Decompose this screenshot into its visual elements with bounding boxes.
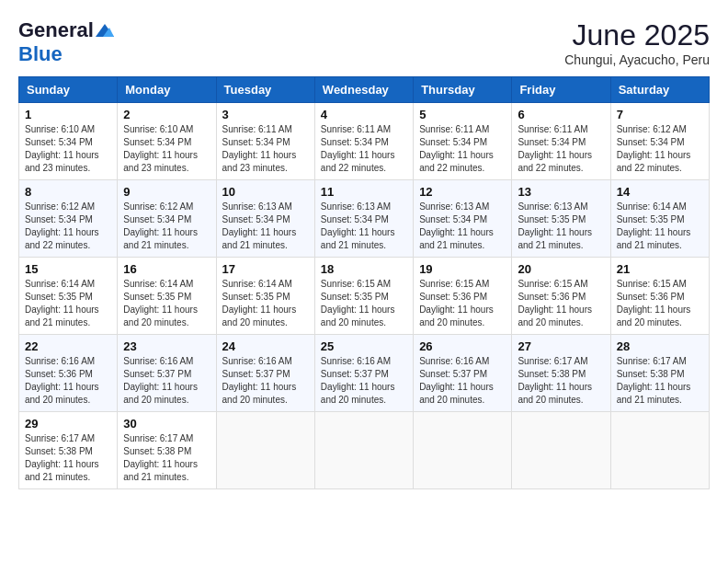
day-info: Sunrise: 6:13 AM Sunset: 5:34 PM Dayligh… bbox=[222, 201, 309, 252]
calendar-cell: 23Sunrise: 6:16 AM Sunset: 5:37 PM Dayli… bbox=[118, 335, 216, 412]
calendar-cell: 6Sunrise: 6:11 AM Sunset: 5:34 PM Daylig… bbox=[512, 103, 610, 180]
day-info: Sunrise: 6:13 AM Sunset: 5:34 PM Dayligh… bbox=[419, 201, 506, 252]
day-info: Sunrise: 6:16 AM Sunset: 5:36 PM Dayligh… bbox=[25, 355, 111, 407]
day-info: Sunrise: 6:16 AM Sunset: 5:37 PM Dayligh… bbox=[419, 355, 506, 407]
day-number: 26 bbox=[419, 339, 506, 353]
calendar-cell: 9Sunrise: 6:12 AM Sunset: 5:34 PM Daylig… bbox=[118, 180, 216, 258]
calendar-week-row: 29Sunrise: 6:17 AM Sunset: 5:38 PM Dayli… bbox=[19, 412, 710, 489]
day-number: 29 bbox=[25, 417, 111, 431]
day-info: Sunrise: 6:16 AM Sunset: 5:37 PM Dayligh… bbox=[123, 355, 210, 407]
day-number: 11 bbox=[321, 185, 407, 199]
calendar-cell bbox=[610, 412, 709, 489]
day-number: 10 bbox=[222, 185, 309, 199]
weekday-header-wednesday: Wednesday bbox=[314, 77, 413, 103]
day-number: 3 bbox=[222, 108, 309, 121]
day-info: Sunrise: 6:17 AM Sunset: 5:38 PM Dayligh… bbox=[518, 355, 604, 407]
weekday-header-tuesday: Tuesday bbox=[216, 77, 314, 103]
day-info: Sunrise: 6:16 AM Sunset: 5:37 PM Dayligh… bbox=[222, 355, 309, 407]
calendar-cell: 12Sunrise: 6:13 AM Sunset: 5:34 PM Dayli… bbox=[414, 180, 512, 258]
day-number: 8 bbox=[25, 185, 111, 199]
day-info: Sunrise: 6:10 AM Sunset: 5:34 PM Dayligh… bbox=[25, 123, 111, 175]
day-info: Sunrise: 6:15 AM Sunset: 5:36 PM Dayligh… bbox=[617, 278, 703, 329]
day-number: 30 bbox=[123, 417, 210, 431]
day-number: 1 bbox=[25, 108, 111, 121]
calendar-cell: 16Sunrise: 6:14 AM Sunset: 5:35 PM Dayli… bbox=[118, 258, 216, 335]
day-info: Sunrise: 6:11 AM Sunset: 5:34 PM Dayligh… bbox=[419, 123, 506, 175]
calendar-week-row: 8Sunrise: 6:12 AM Sunset: 5:34 PM Daylig… bbox=[19, 180, 710, 258]
calendar-cell: 26Sunrise: 6:16 AM Sunset: 5:37 PM Dayli… bbox=[414, 335, 512, 412]
location: Chungui, Ayacucho, Peru bbox=[564, 52, 710, 67]
calendar-cell: 11Sunrise: 6:13 AM Sunset: 5:34 PM Dayli… bbox=[314, 180, 413, 258]
calendar-cell: 1Sunrise: 6:10 AM Sunset: 5:34 PM Daylig… bbox=[19, 103, 118, 180]
day-number: 16 bbox=[123, 262, 210, 276]
weekday-header-friday: Friday bbox=[512, 77, 610, 103]
day-number: 19 bbox=[419, 262, 506, 276]
calendar-cell: 10Sunrise: 6:13 AM Sunset: 5:34 PM Dayli… bbox=[216, 180, 314, 258]
day-number: 18 bbox=[321, 262, 407, 276]
calendar-cell: 4Sunrise: 6:11 AM Sunset: 5:34 PM Daylig… bbox=[314, 103, 413, 180]
logo-blue: Blue bbox=[18, 42, 63, 66]
calendar-cell: 28Sunrise: 6:17 AM Sunset: 5:38 PM Dayli… bbox=[610, 335, 709, 412]
logo-general: General bbox=[18, 18, 94, 42]
calendar-cell: 8Sunrise: 6:12 AM Sunset: 5:34 PM Daylig… bbox=[19, 180, 118, 258]
calendar-cell: 7Sunrise: 6:12 AM Sunset: 5:34 PM Daylig… bbox=[610, 103, 709, 180]
calendar-cell: 15Sunrise: 6:14 AM Sunset: 5:35 PM Dayli… bbox=[19, 258, 118, 335]
calendar-cell bbox=[314, 412, 413, 489]
day-info: Sunrise: 6:17 AM Sunset: 5:38 PM Dayligh… bbox=[617, 355, 703, 407]
calendar-week-row: 1Sunrise: 6:10 AM Sunset: 5:34 PM Daylig… bbox=[19, 103, 710, 180]
calendar-cell: 20Sunrise: 6:15 AM Sunset: 5:36 PM Dayli… bbox=[512, 258, 610, 335]
day-info: Sunrise: 6:15 AM Sunset: 5:35 PM Dayligh… bbox=[321, 278, 407, 329]
day-info: Sunrise: 6:11 AM Sunset: 5:34 PM Dayligh… bbox=[518, 123, 604, 175]
day-number: 28 bbox=[617, 339, 703, 353]
day-info: Sunrise: 6:15 AM Sunset: 5:36 PM Dayligh… bbox=[518, 278, 604, 329]
day-info: Sunrise: 6:12 AM Sunset: 5:34 PM Dayligh… bbox=[123, 201, 210, 252]
day-number: 20 bbox=[518, 262, 604, 276]
day-number: 21 bbox=[617, 262, 703, 276]
day-number: 25 bbox=[321, 339, 407, 353]
weekday-header-saturday: Saturday bbox=[610, 77, 709, 103]
calendar-cell: 2Sunrise: 6:10 AM Sunset: 5:34 PM Daylig… bbox=[118, 103, 216, 180]
calendar-cell: 17Sunrise: 6:14 AM Sunset: 5:35 PM Dayli… bbox=[216, 258, 314, 335]
day-number: 27 bbox=[518, 339, 604, 353]
day-number: 4 bbox=[321, 108, 407, 121]
day-info: Sunrise: 6:15 AM Sunset: 5:36 PM Dayligh… bbox=[419, 278, 506, 329]
day-info: Sunrise: 6:10 AM Sunset: 5:34 PM Dayligh… bbox=[123, 123, 210, 175]
calendar-cell: 18Sunrise: 6:15 AM Sunset: 5:35 PM Dayli… bbox=[314, 258, 413, 335]
day-number: 14 bbox=[617, 185, 703, 199]
calendar-cell: 27Sunrise: 6:17 AM Sunset: 5:38 PM Dayli… bbox=[512, 335, 610, 412]
day-info: Sunrise: 6:14 AM Sunset: 5:35 PM Dayligh… bbox=[222, 278, 309, 329]
day-number: 7 bbox=[617, 108, 703, 121]
day-info: Sunrise: 6:12 AM Sunset: 5:34 PM Dayligh… bbox=[25, 201, 111, 252]
calendar-cell: 21Sunrise: 6:15 AM Sunset: 5:36 PM Dayli… bbox=[610, 258, 709, 335]
title-area: June 2025 Chungui, Ayacucho, Peru bbox=[564, 18, 710, 67]
page-header: General Blue June 2025 Chungui, Ayacucho… bbox=[18, 18, 710, 67]
day-number: 22 bbox=[25, 339, 111, 353]
day-number: 13 bbox=[518, 185, 604, 199]
calendar-cell: 22Sunrise: 6:16 AM Sunset: 5:36 PM Dayli… bbox=[19, 335, 118, 412]
day-number: 24 bbox=[222, 339, 309, 353]
calendar-cell: 30Sunrise: 6:17 AM Sunset: 5:38 PM Dayli… bbox=[118, 412, 216, 489]
day-info: Sunrise: 6:12 AM Sunset: 5:34 PM Dayligh… bbox=[617, 123, 703, 175]
day-info: Sunrise: 6:14 AM Sunset: 5:35 PM Dayligh… bbox=[617, 201, 703, 252]
weekday-header-row: SundayMondayTuesdayWednesdayThursdayFrid… bbox=[19, 77, 710, 103]
calendar-cell: 3Sunrise: 6:11 AM Sunset: 5:34 PM Daylig… bbox=[216, 103, 314, 180]
day-number: 23 bbox=[123, 339, 210, 353]
day-info: Sunrise: 6:14 AM Sunset: 5:35 PM Dayligh… bbox=[25, 278, 111, 329]
calendar-cell: 14Sunrise: 6:14 AM Sunset: 5:35 PM Dayli… bbox=[610, 180, 709, 258]
day-number: 6 bbox=[518, 108, 604, 121]
day-number: 15 bbox=[25, 262, 111, 276]
calendar-cell: 25Sunrise: 6:16 AM Sunset: 5:37 PM Dayli… bbox=[314, 335, 413, 412]
calendar-cell: 29Sunrise: 6:17 AM Sunset: 5:38 PM Dayli… bbox=[19, 412, 118, 489]
day-number: 2 bbox=[123, 108, 210, 121]
calendar-cell: 19Sunrise: 6:15 AM Sunset: 5:36 PM Dayli… bbox=[414, 258, 512, 335]
weekday-header-sunday: Sunday bbox=[19, 77, 118, 103]
logo: General Blue bbox=[18, 18, 114, 66]
day-info: Sunrise: 6:14 AM Sunset: 5:35 PM Dayligh… bbox=[123, 278, 210, 329]
calendar-cell: 5Sunrise: 6:11 AM Sunset: 5:34 PM Daylig… bbox=[414, 103, 512, 180]
logo-icon bbox=[96, 24, 114, 37]
calendar-cell bbox=[414, 412, 512, 489]
day-info: Sunrise: 6:16 AM Sunset: 5:37 PM Dayligh… bbox=[321, 355, 407, 407]
calendar-cell bbox=[216, 412, 314, 489]
calendar-cell bbox=[512, 412, 610, 489]
weekday-header-monday: Monday bbox=[118, 77, 216, 103]
